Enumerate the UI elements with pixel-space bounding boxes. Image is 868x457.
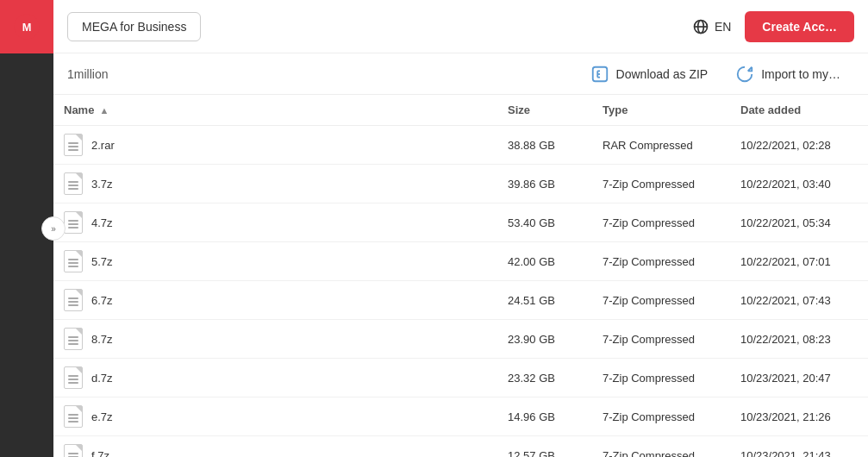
cell-type-3: 7-Zip Compressed	[592, 242, 730, 281]
file-table: Name ▲ Size Type Date added	[53, 95, 868, 457]
file-name-5: 8.7z	[91, 333, 113, 346]
table-row[interactable]: d.7z 23.32 GB 7-Zip Compressed 10/23/202…	[53, 359, 868, 398]
cell-size-4: 24.51 GB	[497, 281, 592, 320]
cell-date-1: 10/22/2021, 03:40	[730, 165, 868, 203]
file-name-1: 3.7z	[91, 178, 113, 191]
file-name-6: d.7z	[91, 372, 113, 385]
cell-date-4: 10/22/2021, 07:43	[730, 281, 868, 320]
import-label: Import to my…	[761, 67, 840, 81]
language-selector[interactable]: EN	[692, 18, 731, 35]
subbar: 1million Download as ZIP Im	[53, 53, 868, 95]
cell-size-1: 39.86 GB	[497, 165, 592, 203]
cell-type-8: 7-Zip Compressed	[592, 436, 730, 458]
file-name-0: 2.rar	[91, 139, 115, 152]
sort-arrow-icon: ▲	[99, 105, 109, 116]
col-header-name[interactable]: Name ▲	[53, 95, 497, 126]
file-table-container: Name ▲ Size Type Date added	[53, 95, 868, 457]
cell-name-6: d.7z	[53, 359, 497, 398]
cell-name-3: 5.7z	[53, 242, 497, 281]
file-name-3: 5.7z	[91, 255, 113, 268]
cell-date-5: 10/22/2021, 08:23	[730, 320, 868, 359]
table-row[interactable]: 3.7z 39.86 GB 7-Zip Compressed 10/22/202…	[53, 165, 868, 203]
sidebar-toggle-icon: »	[51, 224, 56, 234]
cell-type-1: 7-Zip Compressed	[592, 165, 730, 203]
table-row[interactable]: f.7z 12.57 GB 7-Zip Compressed 10/23/202…	[53, 436, 868, 458]
file-name-7: e.7z	[91, 410, 113, 423]
cell-name-7: e.7z	[53, 398, 497, 436]
file-name-2: 4.7z	[91, 216, 113, 229]
cell-date-7: 10/23/2021, 21:26	[730, 398, 868, 436]
create-account-button[interactable]: Create Acc…	[745, 11, 854, 42]
sidebar-toggle-button[interactable]: »	[41, 216, 66, 241]
language-label: EN	[715, 20, 731, 34]
svg-text:M: M	[22, 21, 32, 34]
download-zip-button[interactable]: Download as ZIP	[577, 58, 722, 91]
col-header-type[interactable]: Type	[592, 95, 730, 126]
cell-type-0: RAR Compressed	[592, 126, 730, 165]
col-header-size[interactable]: Size	[497, 95, 592, 126]
cell-type-7: 7-Zip Compressed	[592, 398, 730, 436]
cell-size-2: 53.40 GB	[497, 203, 592, 242]
cell-name-4: 6.7z	[53, 281, 497, 320]
folder-name: 1million	[67, 67, 108, 81]
download-zip-label: Download as ZIP	[616, 67, 709, 81]
cell-date-3: 10/22/2021, 07:01	[730, 242, 868, 281]
cell-size-0: 38.88 GB	[497, 126, 592, 165]
cell-size-5: 23.90 GB	[497, 320, 592, 359]
cell-date-8: 10/23/2021, 21:43	[730, 436, 868, 458]
table-row[interactable]: e.7z 14.96 GB 7-Zip Compressed 10/23/202…	[53, 398, 868, 436]
main-content: MEGA for Business EN Create Acc… 1millio…	[53, 0, 868, 457]
table-row[interactable]: 6.7z 24.51 GB 7-Zip Compressed 10/22/202…	[53, 281, 868, 320]
table-row[interactable]: 2.rar 38.88 GB RAR Compressed 10/22/2021…	[53, 126, 868, 165]
file-name-4: 6.7z	[91, 294, 113, 307]
table-row[interactable]: 4.7z 53.40 GB 7-Zip Compressed 10/22/202…	[53, 203, 868, 242]
cell-type-5: 7-Zip Compressed	[592, 320, 730, 359]
mega-business-button[interactable]: MEGA for Business	[67, 12, 201, 41]
cell-date-2: 10/22/2021, 05:34	[730, 203, 868, 242]
file-icon-5	[64, 328, 83, 350]
mega-logo-icon: M	[13, 13, 41, 41]
sidebar: M »	[0, 0, 53, 457]
file-icon-4	[64, 289, 83, 311]
cell-name-5: 8.7z	[53, 320, 497, 359]
cell-name-2: 4.7z	[53, 203, 497, 242]
file-icon-8	[64, 444, 83, 457]
cell-size-8: 12.57 GB	[497, 436, 592, 458]
mega-logo-area[interactable]: M	[0, 0, 53, 53]
cell-type-4: 7-Zip Compressed	[592, 281, 730, 320]
cell-type-6: 7-Zip Compressed	[592, 359, 730, 398]
cell-name-0: 2.rar	[53, 126, 497, 165]
table-row[interactable]: 5.7z 42.00 GB 7-Zip Compressed 10/22/202…	[53, 242, 868, 281]
cell-date-0: 10/22/2021, 02:28	[730, 126, 868, 165]
file-icon-0	[64, 134, 83, 156]
file-icon-2	[64, 211, 83, 234]
file-name-8: f.7z	[91, 449, 109, 458]
cell-type-2: 7-Zip Compressed	[592, 203, 730, 242]
cell-date-6: 10/23/2021, 20:47	[730, 359, 868, 398]
topbar: MEGA for Business EN Create Acc…	[53, 0, 868, 53]
cell-name-1: 3.7z	[53, 165, 497, 203]
cell-name-8: f.7z	[53, 436, 497, 458]
download-zip-icon	[590, 65, 609, 84]
file-icon-3	[64, 250, 83, 272]
cell-size-7: 14.96 GB	[497, 398, 592, 436]
globe-icon	[692, 18, 709, 35]
import-icon	[735, 65, 754, 84]
import-button[interactable]: Import to my…	[721, 58, 854, 91]
col-header-date[interactable]: Date added	[730, 95, 868, 126]
file-icon-1	[64, 172, 83, 195]
file-icon-7	[64, 405, 83, 428]
cell-size-3: 42.00 GB	[497, 242, 592, 281]
cell-size-6: 23.32 GB	[497, 359, 592, 398]
file-icon-6	[64, 366, 83, 389]
table-row[interactable]: 8.7z 23.90 GB 7-Zip Compressed 10/22/202…	[53, 320, 868, 359]
